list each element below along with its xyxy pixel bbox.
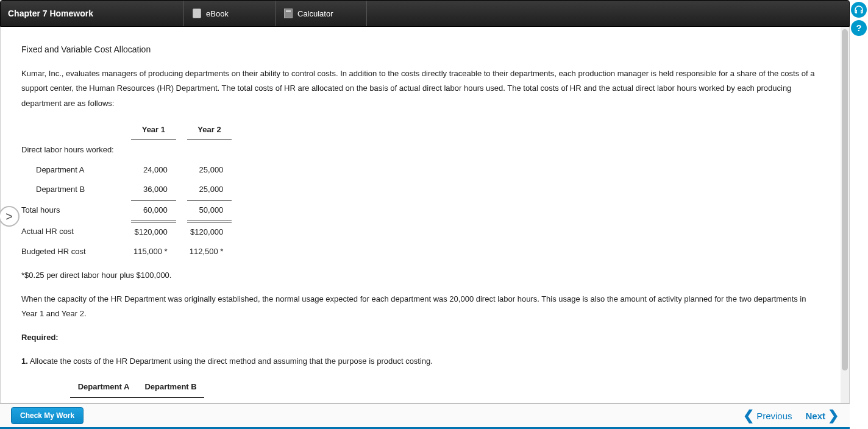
total-y2: 50,000 bbox=[187, 200, 232, 221]
tab-calculator-label: Calculator bbox=[297, 9, 333, 18]
row-total: Total hours bbox=[21, 200, 131, 221]
assignment-title: Chapter 7 Homework bbox=[1, 1, 183, 26]
headset-icon bbox=[853, 4, 864, 15]
budget-y1: 115,000 * bbox=[131, 242, 176, 262]
row-dlh-label: Direct labor hours worked: bbox=[21, 140, 131, 160]
col-year2: Year 2 bbox=[187, 120, 232, 140]
top-header: Chapter 7 Homework eBook Calculator bbox=[0, 0, 850, 27]
actual-y2: $120,000 bbox=[187, 221, 232, 242]
question-1: 1. Allocate the costs of the HR Departme… bbox=[21, 354, 822, 369]
tab-ebook-label: eBook bbox=[206, 9, 229, 18]
answer-table: Department A Department B Variable $ X $ bbox=[21, 377, 204, 403]
previous-button[interactable]: ❮ Previous bbox=[743, 409, 792, 422]
deptB-y1: 36,000 bbox=[131, 180, 176, 200]
budget-y2: 112,500 * bbox=[187, 242, 232, 262]
deptA-y1: 24,000 bbox=[131, 160, 176, 180]
required-label: Required: bbox=[21, 333, 59, 342]
question-body: Fixed and Variable Cost Allocation Kumar… bbox=[1, 27, 841, 403]
chevron-right-icon: ❯ bbox=[828, 409, 839, 422]
wrong-mark-icon: X bbox=[124, 402, 132, 403]
tab-ebook[interactable]: eBook bbox=[183, 1, 275, 26]
ans-col-A: Department A bbox=[70, 377, 137, 397]
question-heading: Fixed and Variable Cost Allocation bbox=[21, 41, 822, 58]
next-button[interactable]: Next ❯ bbox=[805, 409, 839, 422]
intro-paragraph: Kumar, Inc., evaluates managers of produ… bbox=[21, 66, 822, 112]
row-deptB: Department B bbox=[21, 180, 131, 200]
footnote: *$0.25 per direct labor hour plus $100,0… bbox=[21, 268, 822, 283]
deptA-y2: 25,000 bbox=[187, 160, 232, 180]
content-panel: Fixed and Variable Cost Allocation Kumar… bbox=[0, 27, 850, 403]
header-spacer bbox=[366, 1, 849, 26]
row-deptA: Department A bbox=[21, 160, 131, 180]
footer-bar: Check My Work ❮ Previous Next ❯ bbox=[0, 403, 850, 429]
help-button[interactable]: ? bbox=[851, 20, 867, 36]
ans-col-B: Department B bbox=[137, 377, 204, 397]
support-headset-button[interactable] bbox=[851, 2, 867, 18]
total-y1: 60,000 bbox=[131, 200, 176, 221]
data-table: Year 1 Year 2 Direct labor hours worked:… bbox=[21, 120, 232, 262]
row-budget: Budgeted HR cost bbox=[21, 242, 131, 262]
scrollbar[interactable] bbox=[841, 27, 849, 403]
wrong-mark-icon: X bbox=[191, 402, 199, 403]
chevron-right-icon: > bbox=[5, 210, 13, 224]
help-icon: ? bbox=[856, 23, 862, 33]
nav-buttons: ❮ Previous Next ❯ bbox=[743, 409, 839, 422]
col-year1: Year 1 bbox=[131, 120, 176, 140]
tab-calculator[interactable]: Calculator bbox=[275, 1, 366, 26]
check-my-work-button[interactable]: Check My Work bbox=[11, 407, 84, 424]
ebook-icon bbox=[193, 9, 201, 18]
scrollbar-thumb[interactable] bbox=[842, 29, 848, 370]
calculator-icon bbox=[284, 9, 293, 18]
ans-row-variable: Variable bbox=[21, 398, 70, 403]
deptB-y2: 25,000 bbox=[187, 180, 232, 200]
chevron-left-icon: ❮ bbox=[743, 409, 754, 422]
row-actual: Actual HR cost bbox=[21, 221, 131, 242]
side-tool-rail: ? bbox=[850, 0, 868, 429]
paragraph-2: When the capacity of the HR Department w… bbox=[21, 292, 822, 322]
actual-y1: $120,000 bbox=[131, 221, 176, 242]
